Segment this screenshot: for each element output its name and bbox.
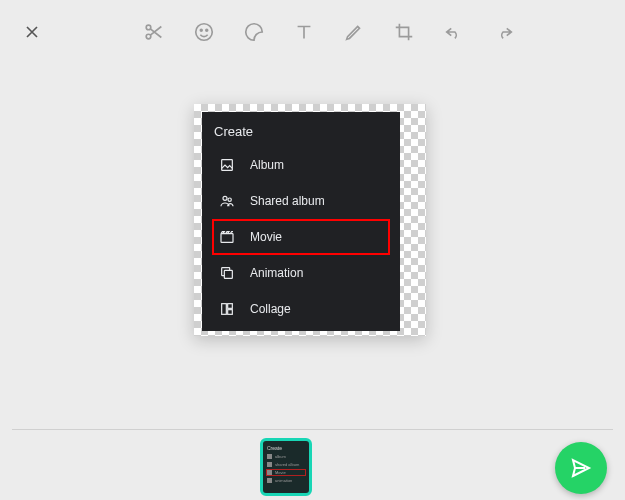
thumb-row: album [267,454,305,459]
menu-label: Animation [250,266,303,280]
menu-label: Shared album [250,194,325,208]
editor-toolbar [0,0,625,64]
undo-icon [443,21,465,43]
image-canvas[interactable]: Create Album Shared album Movie Animatio… [194,104,426,336]
sticker-tool[interactable] [242,20,266,44]
thumb-row: animation [267,478,305,483]
emoji-icon [193,21,215,43]
pencil-icon [343,21,365,43]
thumbnail-preview: Create album shared album Movie animatio… [267,445,305,489]
send-button[interactable] [555,442,607,494]
menu-label: Movie [250,230,282,244]
svg-point-4 [206,29,208,31]
movie-icon [218,228,236,246]
svg-point-7 [228,198,231,201]
svg-rect-12 [228,310,233,315]
image-icon [218,156,236,174]
send-icon [569,456,593,480]
svg-rect-5 [222,160,233,171]
svg-point-6 [223,196,227,200]
image-thumbnail[interactable]: Create album shared album Movie animatio… [260,438,312,496]
svg-rect-11 [228,304,233,309]
svg-rect-8 [221,234,233,243]
crop-icon [393,21,415,43]
scissors-icon [143,21,165,43]
crop-tool[interactable] [392,20,416,44]
sticker-icon [243,21,265,43]
shared-album-icon [218,192,236,210]
menu-item-animation[interactable]: Animation [212,255,390,291]
tools-group [142,20,516,44]
close-icon [22,22,42,42]
menu-item-album[interactable]: Album [212,147,390,183]
svg-rect-9 [224,270,232,278]
draw-tool[interactable] [342,20,366,44]
animation-icon [218,264,236,282]
bottom-divider [12,429,613,430]
svg-point-1 [146,34,151,39]
svg-point-3 [200,29,202,31]
svg-point-2 [196,24,213,41]
thumb-title: Create [267,445,305,451]
create-menu-title: Create [212,124,390,139]
menu-label: Album [250,158,284,172]
menu-item-shared-album[interactable]: Shared album [212,183,390,219]
menu-item-collage[interactable]: Collage [212,291,390,327]
thumb-row: Movie [267,470,305,475]
collage-icon [218,300,236,318]
undo-tool[interactable] [442,20,466,44]
svg-rect-10 [222,304,227,315]
svg-point-0 [146,25,151,30]
close-button[interactable] [12,12,52,52]
menu-label: Collage [250,302,291,316]
menu-item-movie[interactable]: Movie [212,219,390,255]
cut-tool[interactable] [142,20,166,44]
text-icon [293,21,315,43]
create-menu-card: Create Album Shared album Movie Animatio… [202,112,400,331]
redo-icon [493,21,515,43]
redo-tool[interactable] [492,20,516,44]
emoji-tool[interactable] [192,20,216,44]
text-tool[interactable] [292,20,316,44]
thumb-row: shared album [267,462,305,467]
